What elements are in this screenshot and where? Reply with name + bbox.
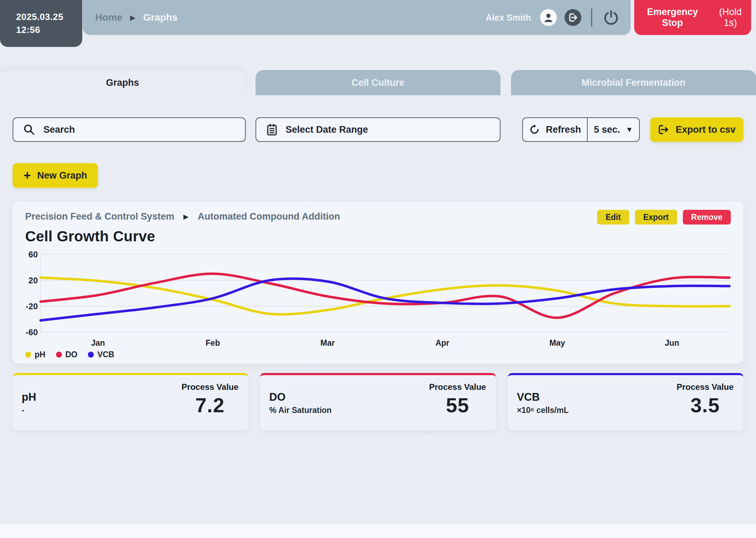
svg-text:20: 20 <box>28 276 38 285</box>
top-bar-right: Alex Smith <box>486 8 620 27</box>
top-bar-divider <box>591 8 592 27</box>
breadcrumb-home-link[interactable]: Home <box>95 12 122 23</box>
date-range-label: Select Date Range <box>286 124 490 135</box>
chevron-down-icon: ▼ <box>626 125 633 134</box>
legend-item-ph[interactable]: pH <box>25 350 46 359</box>
svg-text:Mar: Mar <box>321 338 335 347</box>
new-graph-button[interactable]: + New Graph <box>13 163 98 188</box>
user-icon <box>543 12 554 23</box>
svg-text:May: May <box>550 338 565 347</box>
breadcrumb-arrow-icon: ▶ <box>183 213 189 221</box>
export-icon <box>658 124 669 135</box>
main-tabs: Graphs Cell Culture Microbial Fermentati… <box>0 70 756 95</box>
export-graph-button[interactable]: Export <box>635 210 677 225</box>
emergency-stop-label: Emergency Stop <box>636 7 709 28</box>
breadcrumb-current: Graphs <box>143 12 177 23</box>
svg-text:-60: -60 <box>26 327 38 337</box>
svg-text:Jan: Jan <box>91 338 105 347</box>
breadcrumb-arrow-icon: ▶ <box>130 13 135 22</box>
refresh-button[interactable]: Refresh <box>523 118 587 141</box>
current-time: 12:56 <box>16 23 82 36</box>
toolbar: Select Date Range Refresh 5 sec. ▼ Expor… <box>13 117 743 142</box>
stat-card-ph: pH - Process Value 7.2 <box>13 373 248 430</box>
graph-breadcrumb-parent: Precision Feed & Control System <box>25 211 174 222</box>
emergency-stop-hint: (Hold 1s) <box>712 7 749 28</box>
top-bar: Home ▶ Graphs Alex Smith <box>83 0 631 35</box>
stat-card-do: DO % Air Saturation Process Value 55 <box>260 373 496 430</box>
new-graph-label: New Graph <box>37 170 87 181</box>
stat-card-vcb: VCB ×10⁶ cells/mL Process Value 3.5 <box>508 373 743 430</box>
logout-icon <box>568 13 578 22</box>
chart-canvas: 6020-20-60JanFebMarAprMayJun <box>25 247 731 349</box>
process-value-cards: pH - Process Value 7.2 DO % Air Saturati… <box>13 373 743 430</box>
refresh-icon <box>529 124 540 135</box>
tab-microbial-fermentation[interactable]: Microbial Fermentation <box>511 70 756 95</box>
tab-graphs[interactable]: Graphs <box>0 70 245 95</box>
power-icon <box>603 9 620 26</box>
breadcrumb: Home ▶ Graphs <box>95 12 177 23</box>
edit-graph-button[interactable]: Edit <box>597 210 629 225</box>
export-csv-label: Export to csv <box>676 124 735 135</box>
svg-text:Apr: Apr <box>435 338 449 347</box>
refresh-label: Refresh <box>546 124 581 135</box>
logout-button[interactable] <box>565 9 581 26</box>
svg-text:-20: -20 <box>26 302 38 311</box>
svg-text:Feb: Feb <box>206 338 220 347</box>
legend-dot-do <box>56 352 62 358</box>
search-icon <box>23 124 35 136</box>
refresh-interval-value: 5 sec. <box>594 124 620 135</box>
datetime-panel: 2025.03.25 12:56 <box>0 0 82 47</box>
chart-legend: pH DO VCB <box>25 350 731 359</box>
graph-breadcrumb: Precision Feed & Control System ▶ Automa… <box>25 211 340 222</box>
calendar-icon <box>266 123 278 136</box>
legend-dot-ph <box>25 352 31 358</box>
line-chart: 6020-20-60JanFebMarAprMayJun <box>25 247 731 349</box>
date-range-picker[interactable]: Select Date Range <box>255 117 500 142</box>
power-button[interactable] <box>602 8 620 27</box>
graph-title: Cell Growth Curve <box>25 228 731 245</box>
search-box[interactable] <box>13 117 246 142</box>
avatar[interactable] <box>540 9 557 26</box>
remove-graph-button[interactable]: Remove <box>683 210 731 225</box>
refresh-interval-dropdown[interactable]: 5 sec. ▼ <box>587 118 639 141</box>
tab-cell-culture[interactable]: Cell Culture <box>255 70 500 95</box>
refresh-group: Refresh 5 sec. ▼ <box>522 117 640 142</box>
graph-card: Precision Feed & Control System ▶ Automa… <box>13 201 743 364</box>
footer-strip <box>0 524 756 538</box>
export-csv-button[interactable]: Export to csv <box>650 117 743 142</box>
graph-actions: Edit Export Remove <box>597 210 731 225</box>
svg-text:Jun: Jun <box>665 338 679 347</box>
legend-dot-vcb <box>88 352 94 358</box>
current-date: 2025.03.25 <box>16 11 82 23</box>
legend-item-vcb[interactable]: VCB <box>88 350 114 359</box>
emergency-stop-button[interactable]: Emergency Stop (Hold 1s) <box>634 0 751 35</box>
user-name: Alex Smith <box>486 13 531 23</box>
graph-breadcrumb-child: Automated Compound Addition <box>198 211 340 222</box>
svg-text:60: 60 <box>28 250 38 259</box>
search-input[interactable] <box>43 124 235 136</box>
legend-item-do[interactable]: DO <box>56 350 78 359</box>
